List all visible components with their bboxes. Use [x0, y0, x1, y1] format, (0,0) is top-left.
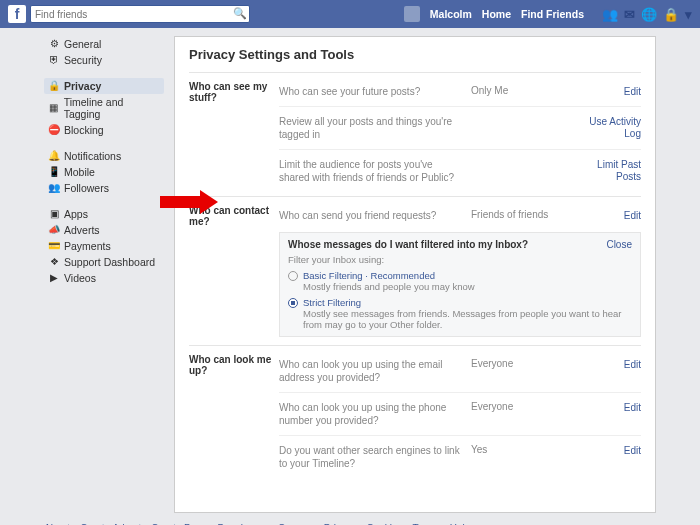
- mobile-icon: 📱: [48, 166, 60, 178]
- option-label: Basic Filtering · Recommended: [303, 270, 475, 281]
- sidebar-item-label: Notifications: [64, 150, 121, 162]
- setting-value: [471, 115, 561, 141]
- support-icon: ❖: [48, 256, 60, 268]
- left-nav: ⚙General⛨Security🔒Privacy▦Timeline and T…: [44, 36, 164, 513]
- setting-value: [471, 158, 561, 184]
- sidebar-item-timeline[interactable]: ▦Timeline and Tagging: [44, 94, 164, 122]
- page-title: Privacy Settings and Tools: [189, 47, 641, 62]
- action-link[interactable]: Limit Past Posts: [597, 159, 641, 182]
- sidebar-item-label: Followers: [64, 182, 109, 194]
- setting-desc: Who can see your future posts?: [279, 85, 461, 98]
- setting-row: Review all your posts and things you're …: [279, 106, 641, 145]
- globe-icon[interactable]: 🌐: [641, 7, 657, 22]
- edit-link[interactable]: Edit: [624, 210, 641, 221]
- section-label: Who can contact me?: [189, 205, 279, 337]
- sidebar-item-label: Privacy: [64, 80, 101, 92]
- main-panel: Privacy Settings and Tools Who can see m…: [174, 36, 656, 513]
- action-link[interactable]: Edit: [624, 445, 641, 456]
- general-icon: ⚙: [48, 38, 60, 50]
- followers-icon: 👥: [48, 182, 60, 194]
- facebook-logo[interactable]: f: [8, 5, 26, 23]
- setting-desc: Do you want other search engines to link…: [279, 444, 461, 470]
- setting-desc: Limit the audience for posts you've shar…: [279, 158, 461, 184]
- action-link[interactable]: Edit: [624, 359, 641, 370]
- nav-home[interactable]: Home: [482, 8, 511, 20]
- videos-icon: ▶: [48, 272, 60, 284]
- section-label: Who can look me up?: [189, 354, 279, 474]
- menu-icon[interactable]: ▾: [685, 7, 692, 22]
- sidebar-item-label: Payments: [64, 240, 111, 252]
- sidebar-item-payments[interactable]: 💳Payments: [44, 238, 164, 254]
- sidebar-item-apps[interactable]: ▣Apps: [44, 206, 164, 222]
- setting-row: Who can look you up using the phone numb…: [279, 392, 641, 431]
- filter-option[interactable]: Basic Filtering · RecommendedMostly frie…: [288, 270, 632, 292]
- sidebar-item-notifications[interactable]: 🔔Notifications: [44, 148, 164, 164]
- action-link[interactable]: Use Activity Log: [589, 116, 641, 139]
- security-icon: ⛨: [48, 54, 60, 66]
- sidebar-item-label: Security: [64, 54, 102, 66]
- option-sub: Mostly see messages from friends. Messag…: [303, 308, 632, 330]
- setting-row: Who can look you up using the email addr…: [279, 354, 641, 388]
- option-label: Strict Filtering: [303, 297, 632, 308]
- setting-desc: Who can look you up using the email addr…: [279, 358, 461, 384]
- adverts-icon: 📣: [48, 224, 60, 236]
- sidebar-item-security[interactable]: ⛨Security: [44, 52, 164, 68]
- sidebar-item-label: Videos: [64, 272, 96, 284]
- avatar[interactable]: [404, 6, 420, 22]
- setting-desc: Who can send you friend requests?: [279, 209, 461, 222]
- lock-icon[interactable]: 🔒: [663, 7, 679, 22]
- setting-row: Do you want other search engines to link…: [279, 435, 641, 474]
- sidebar-item-support[interactable]: ❖Support Dashboard: [44, 254, 164, 270]
- search-container: 🔍: [30, 5, 250, 23]
- setting-row: Who can see your future posts?Only MeEdi…: [279, 81, 641, 102]
- section-stuff: Who can see my stuff? Who can see your f…: [189, 72, 641, 196]
- section-lookup: Who can look me up? Who can look you up …: [189, 345, 641, 482]
- setting-value: Only Me: [471, 85, 561, 98]
- inbox-filter-panel: Whose messages do I want filtered into m…: [279, 232, 641, 337]
- search-input[interactable]: [30, 5, 250, 23]
- radio-icon[interactable]: [288, 298, 298, 308]
- sidebar-item-blocking[interactable]: ⛔Blocking: [44, 122, 164, 138]
- privacy-icon: 🔒: [48, 80, 60, 92]
- setting-value: Everyone: [471, 358, 561, 384]
- username[interactable]: Malcolm: [430, 8, 472, 20]
- messages-icon[interactable]: ✉: [624, 7, 635, 22]
- sidebar-item-videos[interactable]: ▶Videos: [44, 270, 164, 286]
- apps-icon: ▣: [48, 208, 60, 220]
- setting-value: Everyone: [471, 401, 561, 427]
- topbar: f 🔍 Malcolm Home Find Friends 👥 ✉ 🌐 🔒 ▾: [0, 0, 700, 28]
- sidebar-item-label: Blocking: [64, 124, 104, 136]
- panel-header: Whose messages do I want filtered into m…: [288, 239, 632, 250]
- search-icon[interactable]: 🔍: [233, 7, 247, 20]
- payments-icon: 💳: [48, 240, 60, 252]
- filter-option[interactable]: Strict FilteringMostly see messages from…: [288, 297, 632, 330]
- setting-desc: Who can look you up using the phone numb…: [279, 401, 461, 427]
- close-link[interactable]: Close: [606, 239, 632, 250]
- action-link[interactable]: Edit: [624, 86, 641, 97]
- section-contact: Who can contact me? Who can send you fri…: [189, 196, 641, 345]
- sidebar-item-privacy[interactable]: 🔒Privacy: [44, 78, 164, 94]
- setting-value: Friends of friends: [471, 209, 561, 222]
- notifications-icon: 🔔: [48, 150, 60, 162]
- sidebar-item-label: General: [64, 38, 101, 50]
- sidebar-item-followers[interactable]: 👥Followers: [44, 180, 164, 196]
- sidebar-item-mobile[interactable]: 📱Mobile: [44, 164, 164, 180]
- action-link[interactable]: Edit: [624, 402, 641, 413]
- blocking-icon: ⛔: [48, 124, 60, 136]
- section-label: Who can see my stuff?: [189, 81, 279, 188]
- nav-find-friends[interactable]: Find Friends: [521, 8, 584, 20]
- setting-row: Limit the audience for posts you've shar…: [279, 149, 641, 188]
- setting-desc: Review all your posts and things you're …: [279, 115, 461, 141]
- sidebar-item-general[interactable]: ⚙General: [44, 36, 164, 52]
- sidebar-item-label: Apps: [64, 208, 88, 220]
- sidebar-item-label: Support Dashboard: [64, 256, 155, 268]
- friend-requests-icon[interactable]: 👥: [602, 7, 618, 22]
- sidebar-item-adverts[interactable]: 📣Adverts: [44, 222, 164, 238]
- option-sub: Mostly friends and people you may know: [303, 281, 475, 292]
- sidebar-item-label: Adverts: [64, 224, 100, 236]
- timeline-icon: ▦: [48, 102, 60, 114]
- setting-value: Yes: [471, 444, 561, 470]
- panel-subtext: Filter your Inbox using:: [288, 254, 632, 265]
- sidebar-item-label: Timeline and Tagging: [64, 96, 160, 120]
- radio-icon[interactable]: [288, 271, 298, 281]
